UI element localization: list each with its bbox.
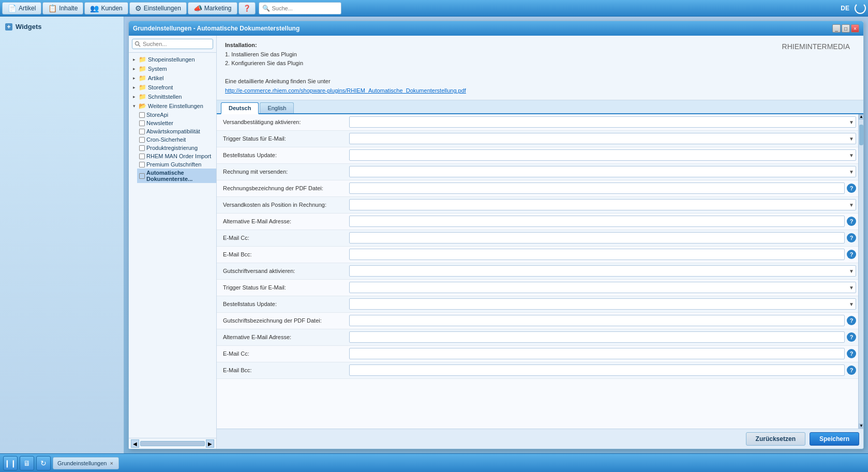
- checkbox-premium-gutschriften[interactable]: [139, 162, 145, 168]
- save-button[interactable]: Speichern: [810, 432, 859, 446]
- tree-label-rhem-man: RHEM MAN Order Import: [146, 153, 211, 159]
- select-wrap-trigger-1: ▼: [349, 133, 856, 144]
- checkbox-auto-dok[interactable]: [139, 173, 145, 179]
- tab-deutsch[interactable]: Deutsch: [221, 102, 259, 114]
- input-email-cc-2[interactable]: [349, 348, 845, 359]
- tree-item-auto-dok[interactable]: Automatische Dokumenterste...: [137, 169, 216, 183]
- input-rechnungsbezeichnung[interactable]: [349, 182, 845, 194]
- tree-item-cron[interactable]: Cron-Sicherheit: [137, 135, 216, 144]
- artikel-icon: 📄: [8, 4, 17, 12]
- tree-item-weitere-einstellungen[interactable]: ▾ 📂 Weitere Einstellungen: [129, 101, 216, 111]
- select-bestellstatus-1[interactable]: [349, 149, 856, 161]
- scroll-down-button[interactable]: ▼: [859, 423, 863, 429]
- help-gutschriftsbezeichnung[interactable]: ?: [847, 316, 856, 325]
- kunden-button[interactable]: 👥 Kunden: [84, 2, 128, 14]
- select-versandbestaetigung[interactable]: [349, 116, 856, 128]
- tree-item-schnittstellen[interactable]: ▸ 📁 Schnittstellen: [129, 92, 216, 101]
- control-email-cc-2: ?: [347, 346, 858, 361]
- tree-children-weitere: StoreApi Newsletter Abwärtskompatibilitä…: [129, 111, 216, 183]
- scroll-right-button[interactable]: ▶: [206, 439, 214, 448]
- search-input[interactable]: [272, 5, 339, 11]
- help-email-bcc-2[interactable]: ?: [847, 366, 856, 375]
- tree-item-storeapi[interactable]: StoreApi: [137, 111, 216, 119]
- minimize-button[interactable]: _: [832, 24, 841, 33]
- select-versandkosten[interactable]: [349, 199, 856, 210]
- select-bestellstatus-2[interactable]: [349, 298, 856, 310]
- tree-item-premium-gutschriften[interactable]: Premium Gutschriften: [137, 160, 216, 169]
- select-gutschriftversand[interactable]: [349, 265, 856, 277]
- select-wrap-versandbestaetigung: ▼: [349, 116, 856, 128]
- input-alternative-email-1[interactable]: [349, 216, 845, 227]
- checkbox-rhem-man[interactable]: [139, 154, 145, 159]
- form-row-alternative-email-1: Alternative E-Mail Adresse: ?: [217, 214, 858, 230]
- help-alternative-email-1[interactable]: ?: [847, 217, 856, 226]
- tree-label-auto-dok: Automatische Dokumenterste...: [146, 170, 214, 182]
- taskbar-item-label: Grundeinstellungen: [57, 460, 107, 466]
- help-email-cc-2[interactable]: ?: [847, 349, 856, 358]
- einstellungen-button[interactable]: ⚙ Einstellungen: [129, 2, 187, 14]
- input-alternative-email-2[interactable]: [349, 331, 845, 343]
- help-alternative-email-2[interactable]: ?: [847, 332, 856, 342]
- sidebar-add-icon[interactable]: +: [5, 23, 12, 31]
- inhalte-button[interactable]: 📋 Inhalte: [42, 2, 83, 14]
- taskbar-screen-button[interactable]: 🖥: [20, 456, 34, 470]
- scroll-up-button[interactable]: ▲: [859, 114, 863, 119]
- taskbar-start-button[interactable]: ❙❙: [3, 456, 18, 470]
- left-panel-search: [129, 36, 216, 53]
- tree-label-storefront: Storefront: [148, 84, 173, 90]
- select-trigger-2[interactable]: [349, 282, 856, 293]
- logo-main: RHIEM: [782, 42, 805, 51]
- help-icon: ❓: [243, 5, 251, 12]
- help-rechnungsbezeichnung[interactable]: ?: [847, 184, 856, 193]
- reset-button[interactable]: Zurücksetzen: [746, 432, 805, 446]
- tree-item-artikel[interactable]: ▸ 📁 Artikel: [129, 73, 216, 83]
- tree-item-system[interactable]: ▸ 📁 System: [129, 64, 216, 73]
- tree-toggle-weitere: ▾: [131, 103, 137, 109]
- tree-search-input[interactable]: [132, 39, 213, 49]
- checkbox-cron[interactable]: [139, 137, 145, 143]
- scroll-left-button[interactable]: ◀: [131, 439, 139, 448]
- help-button[interactable]: ❓: [238, 2, 256, 14]
- tree-item-produktregistrierung[interactable]: Produktregistrierung: [137, 144, 216, 152]
- tree-item-shopeinstellungen[interactable]: ▸ 📁 Shopeinstellungen: [129, 55, 216, 64]
- tab-english[interactable]: English: [260, 102, 294, 113]
- checkbox-storeapi[interactable]: [139, 112, 145, 118]
- checkbox-abwaerts[interactable]: [139, 129, 145, 134]
- help-email-bcc-1[interactable]: ?: [847, 250, 856, 259]
- artikel-button[interactable]: 📄 Artikel: [2, 2, 41, 14]
- taskbar-refresh-button[interactable]: ↻: [36, 456, 51, 470]
- dialog-inner: ▸ 📁 Shopeinstellungen ▸ 📁 System ▸ 📁: [129, 36, 863, 449]
- label-email-bcc-1: E-Mail Bcc:: [223, 249, 347, 260]
- tree-item-rhem-man[interactable]: RHEM MAN Order Import: [137, 152, 216, 160]
- checkbox-newsletter[interactable]: [139, 120, 145, 126]
- select-trigger-1[interactable]: [349, 133, 856, 144]
- input-email-bcc-2[interactable]: [349, 364, 845, 376]
- input-email-bcc-1[interactable]: [349, 249, 845, 260]
- select-rechnung-mit-versenden[interactable]: [349, 166, 856, 177]
- tree-item-storefront[interactable]: ▸ 📁 Storefront: [129, 83, 216, 92]
- maximize-button[interactable]: □: [842, 24, 850, 33]
- control-versandbestaetigung: ▼: [347, 115, 858, 129]
- info-text: Installation: 1. Installieren Sie das Pl…: [225, 41, 466, 96]
- control-trigger-2: ▼: [347, 280, 858, 295]
- close-button[interactable]: ×: [851, 24, 859, 33]
- tree-item-abwaerts[interactable]: Abwärtskompatibilität: [137, 127, 216, 135]
- input-gutschriftsbezeichnung[interactable]: [349, 315, 845, 326]
- tab-deutsch-label: Deutsch: [229, 105, 251, 111]
- help-email-cc-1[interactable]: ?: [847, 233, 856, 242]
- scrollbar-thumb[interactable]: [859, 125, 863, 145]
- kunden-icon: 👥: [90, 4, 99, 12]
- taskbar-grundeinstellungen-item[interactable]: Grundeinstellungen ×: [53, 457, 119, 469]
- right-scrollbar[interactable]: ▲ ▼: [858, 114, 863, 429]
- guide-link[interactable]: http://e-commerce.rhiem.com/shopware-plu…: [225, 87, 466, 94]
- tree-item-newsletter[interactable]: Newsletter: [137, 119, 216, 127]
- marketing-button[interactable]: 📣 Marketing: [188, 2, 237, 14]
- scrollbar-track[interactable]: [140, 441, 205, 446]
- input-email-cc-1[interactable]: [349, 232, 845, 243]
- taskbar: ❙❙ 🖥 ↻ Grundeinstellungen ×: [0, 453, 868, 472]
- sidebar-header[interactable]: + Widgets: [2, 21, 122, 33]
- control-rechnung-mit-versenden: ▼: [347, 164, 858, 179]
- taskbar-close-button[interactable]: ×: [110, 460, 113, 466]
- checkbox-produktregistrierung[interactable]: [139, 145, 145, 151]
- control-email-bcc-2: ?: [347, 363, 858, 377]
